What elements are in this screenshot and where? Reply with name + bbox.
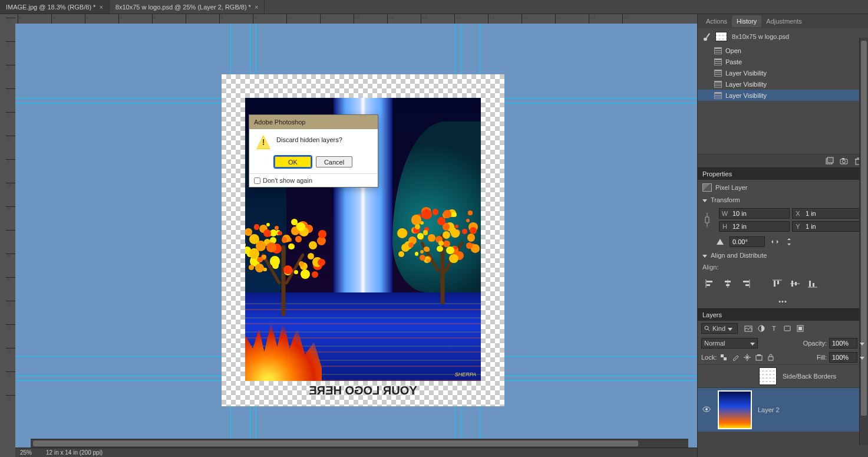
svg-rect-36 [756, 356, 762, 360]
history-state-icon [714, 70, 722, 77]
svg-rect-15 [743, 281, 749, 282]
svg-rect-21 [791, 281, 793, 287]
tab-logo-psd[interactable]: 8x10x75 w logo.psd @ 25% (Layer 2, RGB/8… [110, 0, 265, 14]
svg-point-3 [843, 160, 846, 163]
lock-transparency-icon[interactable] [719, 353, 728, 362]
align-top-icon[interactable] [772, 279, 784, 290]
height-field[interactable]: H12 in [719, 221, 790, 232]
filter-pixel-icon[interactable] [744, 324, 753, 333]
close-icon[interactable]: × [99, 4, 103, 11]
history-state-icon [714, 58, 722, 65]
svg-rect-18 [774, 281, 775, 287]
align-distribute-section[interactable]: Align and Distribute [702, 252, 863, 259]
ruler-horizontal[interactable]: 01234567891011121314151617181920 [15, 14, 697, 24]
scrollbar-vertical[interactable] [859, 38, 868, 445]
new-document-from-state-icon[interactable] [826, 157, 834, 165]
history-item[interactable]: Layer Visibility [698, 78, 868, 90]
canvas[interactable]: SHERPA YOUR LOGO HERE Adobe Photoshop ! … [15, 24, 697, 448]
camera-icon[interactable] [840, 157, 848, 165]
flip-horizontal-icon[interactable] [771, 238, 779, 246]
properties-header[interactable]: Properties [698, 167, 868, 180]
status-bar: 25% 12 in x 14 in (200 ppi) [15, 448, 697, 457]
layer-kind-filter[interactable]: Kind [701, 323, 738, 334]
svg-rect-31 [784, 326, 790, 331]
warning-icon: ! [256, 135, 270, 149]
visibility-toggle[interactable] [701, 406, 712, 413]
layer-thumb[interactable] [759, 367, 777, 385]
svg-rect-16 [745, 284, 749, 286]
filter-shape-icon[interactable] [783, 324, 792, 333]
dont-show-input[interactable] [254, 177, 260, 184]
document-tabs: IMAGE.jpg @ 18.3% (RGB/8) * × 8x10x75 w … [0, 0, 868, 14]
history-snapshot-thumb[interactable] [715, 32, 727, 41]
align-vcenter-icon[interactable] [790, 279, 801, 290]
align-right-icon[interactable] [740, 279, 752, 290]
left-gutter [0, 14, 6, 457]
lock-pixels-icon[interactable] [731, 353, 740, 362]
align-bottom-icon[interactable] [807, 279, 819, 290]
x-field[interactable]: X1 in [792, 208, 863, 219]
svg-rect-10 [707, 284, 710, 286]
history-state-icon [714, 92, 722, 99]
lock-artboard-icon[interactable] [754, 353, 764, 362]
align-hcenter-icon[interactable] [722, 279, 734, 290]
svg-rect-22 [795, 282, 797, 285]
svg-rect-19 [777, 281, 779, 284]
history-item[interactable]: Layer Visibility [698, 90, 868, 101]
link-wh-icon[interactable] [702, 209, 712, 231]
filter-type-icon[interactable]: T [770, 324, 779, 333]
rotation-icon [717, 239, 724, 245]
ok-button[interactable]: OK [275, 156, 311, 167]
svg-rect-13 [726, 284, 730, 286]
close-icon[interactable]: × [255, 4, 258, 11]
layer-name[interactable]: Layer 2 [758, 406, 780, 413]
cancel-button[interactable]: Cancel [316, 156, 352, 167]
blend-mode-select[interactable]: Normal [701, 338, 758, 348]
zoom-level[interactable]: 25% [20, 449, 32, 456]
layer-thumb[interactable] [718, 390, 752, 429]
history-item[interactable]: Layer Visibility [698, 67, 868, 78]
flip-vertical-icon[interactable] [785, 238, 793, 246]
pixel-layer-icon [702, 183, 712, 192]
dialog-message: Discard hidden layers? [276, 135, 342, 149]
transform-section[interactable]: Transform [702, 196, 863, 203]
layer-row-layer2[interactable]: Layer 2 [698, 387, 868, 432]
layers-header[interactable]: Layers [698, 308, 868, 321]
history-state-icon [714, 47, 722, 54]
y-field[interactable]: Y1 in [792, 221, 863, 232]
tab-history[interactable]: History [732, 15, 761, 27]
lock-all-icon[interactable] [766, 353, 775, 362]
fill-field[interactable]: 100% [829, 352, 857, 363]
tab-adjustments[interactable]: Adjustments [761, 15, 807, 27]
layer-row-borders[interactable]: Side/Back Borders [698, 364, 868, 387]
opacity-field[interactable]: 100% [829, 338, 857, 348]
layer-name[interactable]: Side/Back Borders [783, 373, 836, 380]
rotation-field[interactable]: 0.00° [730, 236, 765, 247]
tab-actions[interactable]: Actions [701, 15, 732, 27]
logo-placeholder-text: YOUR LOGO HERE [309, 384, 417, 397]
document-dimensions: 12 in x 14 in (200 ppi) [46, 449, 103, 456]
svg-rect-1 [827, 157, 833, 163]
align-left-icon[interactable] [705, 279, 717, 290]
tab-label: 8x10x75 w logo.psd @ 25% (Layer 2, RGB/8… [115, 4, 251, 11]
tab-image-jpg[interactable]: IMAGE.jpg @ 18.3% (RGB/8) * × [0, 0, 110, 14]
more-options-icon[interactable]: ••• [702, 298, 863, 305]
history-brush-icon[interactable] [702, 32, 711, 41]
history-state-icon [714, 81, 722, 88]
history-item[interactable]: Open [698, 45, 868, 56]
history-item[interactable]: Paste [698, 56, 868, 67]
svg-rect-35 [724, 357, 727, 360]
lock-position-icon[interactable] [742, 353, 752, 362]
tab-label: IMAGE.jpg @ 18.3% (RGB/8) * [6, 4, 95, 11]
scrollbar-horizontal[interactable] [31, 439, 688, 448]
dont-show-checkbox[interactable]: Don't show again [249, 173, 378, 187]
filter-smart-icon[interactable] [796, 324, 805, 333]
panel-dock: Actions History Adjustments 8x10x75 w lo… [697, 14, 868, 457]
history-file: 8x10x75 w logo.psd [732, 33, 789, 40]
filter-adjustment-icon[interactable] [757, 324, 766, 333]
width-field[interactable]: W10 in [719, 208, 790, 219]
ruler-vertical[interactable]: -2-101234567891011121314 [6, 14, 15, 457]
svg-rect-9 [707, 281, 712, 282]
svg-rect-24 [809, 281, 811, 287]
svg-point-40 [705, 408, 708, 410]
